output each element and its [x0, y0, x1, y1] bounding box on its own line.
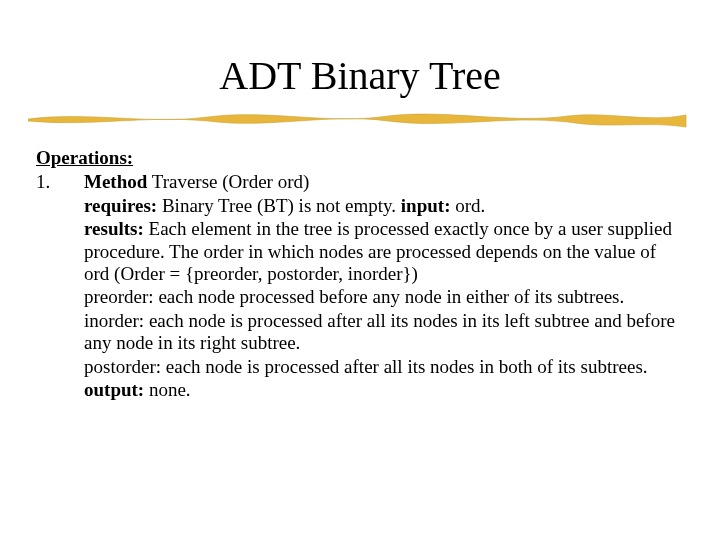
output-rest: none.: [144, 379, 190, 400]
results-line: results: Each element in the tree is pro…: [84, 218, 680, 285]
requires-rest: Binary Tree (BT) is not empty.: [157, 195, 401, 216]
slide: ADT Binary Tree Operations: 1. Method Tr…: [0, 52, 720, 540]
slide-title: ADT Binary Tree: [0, 52, 720, 99]
results-label: results:: [84, 218, 144, 239]
results-rest: Each element in the tree is processed ex…: [84, 218, 672, 284]
method-line: Method Traverse (Order ord): [84, 171, 680, 193]
operations-heading: Operations:: [36, 147, 680, 169]
output-line: output: none.: [84, 379, 680, 401]
input-rest: ord.: [450, 195, 485, 216]
title-underline: [0, 107, 720, 129]
output-label: output:: [84, 379, 144, 400]
postorder-line: postorder: each node is processed after …: [84, 356, 680, 378]
item-body: Method Traverse (Order ord) requires: Bi…: [84, 171, 680, 402]
inorder-line: inorder: each node is processed after al…: [84, 310, 680, 355]
method-label: Method: [84, 171, 147, 192]
operation-item: 1. Method Traverse (Order ord) requires:…: [36, 171, 680, 402]
requires-line: requires: Binary Tree (BT) is not empty.…: [84, 195, 680, 217]
item-number: 1.: [36, 171, 84, 193]
preorder-line: preorder: each node processed before any…: [84, 286, 680, 308]
method-rest: Traverse (Order ord): [147, 171, 309, 192]
content-block: Operations: 1. Method Traverse (Order or…: [36, 147, 680, 402]
requires-label: requires:: [84, 195, 157, 216]
input-label: input:: [401, 195, 451, 216]
